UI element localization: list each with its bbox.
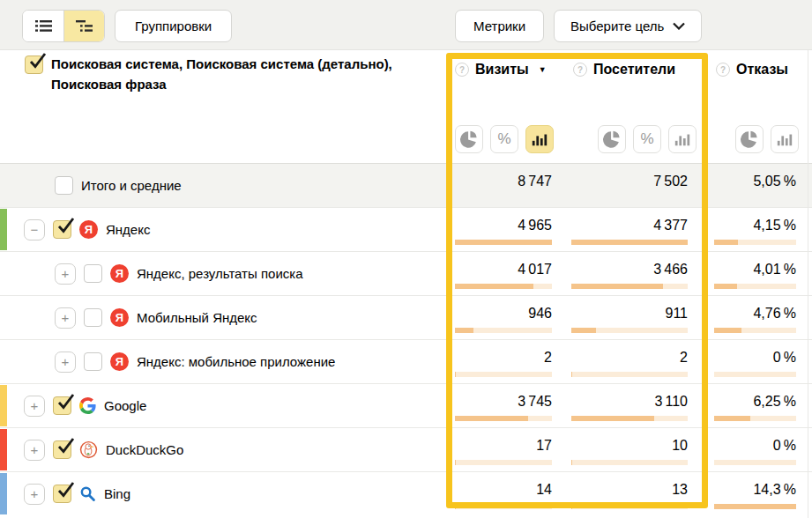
tree-view-button[interactable] (63, 11, 104, 41)
view-toggle (22, 10, 105, 42)
visits-percent-button[interactable]: % (490, 125, 518, 153)
bounce-share-bar (714, 504, 796, 509)
row-label[interactable]: Яндекс (106, 222, 150, 237)
expand-button[interactable]: + (24, 484, 45, 505)
cell-visits: 946 (455, 296, 552, 339)
cell-visits: 8 747 (455, 164, 552, 207)
row-label[interactable]: Яндекс, результаты поиска (137, 266, 303, 281)
bounce-pie-button[interactable] (735, 125, 764, 153)
visitors-share-bar (571, 460, 688, 465)
column-header-bounce: ? Отказы (716, 62, 788, 78)
bounce-value: 0 % (773, 350, 796, 366)
bounce-bars-button[interactable] (771, 125, 799, 153)
row-label[interactable]: Итого и средние (81, 178, 182, 193)
row-label[interactable]: Яндекс: мобильное приложение (137, 354, 335, 369)
row-checkbox[interactable] (84, 264, 102, 283)
cell-bounce: 4,15 % (714, 208, 796, 251)
visitors-value: 10 (672, 438, 688, 454)
chevron-down-icon (673, 22, 685, 30)
cell-visitors: 3 110 (571, 384, 688, 427)
bounce-share-bar (714, 416, 796, 421)
bounce-value: 6,25 % (753, 394, 796, 410)
yandex-icon: Я (110, 352, 129, 371)
row-label[interactable]: Мобильный Яндекс (137, 310, 257, 325)
expand-button[interactable]: + (55, 263, 76, 285)
cell-visits: 4 965 (455, 208, 552, 251)
visitors-bars-button[interactable] (668, 125, 697, 153)
row-label[interactable]: Google (104, 398, 146, 413)
table-body: Итого и средние8 7477 5025,05 %−ЯЯндекс4… (0, 163, 812, 518)
column-header-bounce-label[interactable]: Отказы (736, 62, 788, 78)
visits-bars-button[interactable] (525, 125, 554, 153)
row-label[interactable]: Bing (104, 486, 130, 501)
visits-pie-button[interactable] (455, 125, 483, 153)
visits-value: 17 (536, 438, 552, 454)
visits-value: 3 745 (518, 394, 552, 410)
metrica-report: Группировки Метрики Выберите цель Поиско… (0, 0, 812, 518)
row-checkbox[interactable] (55, 176, 73, 195)
cell-bounce: 0 % (714, 428, 796, 471)
groupings-button[interactable]: Группировки (115, 10, 232, 42)
visits-value: 14 (536, 482, 552, 498)
cell-visitors: 10 (571, 428, 688, 471)
expand-button[interactable]: + (55, 352, 76, 373)
visitors-pie-button[interactable] (598, 125, 626, 153)
column-header-visitors-label[interactable]: Посетители (593, 62, 675, 78)
percent-icon: % (640, 130, 653, 148)
cell-visits: 2 (455, 340, 552, 383)
table-row: −ЯЯндекс4 9654 3774,15 % (0, 207, 812, 251)
visitors-share-bar (571, 416, 688, 421)
visitors-share-bar (571, 372, 688, 377)
row-checkbox[interactable] (53, 396, 71, 415)
row-checkbox[interactable] (53, 440, 71, 459)
expand-button[interactable]: + (55, 307, 76, 329)
visitors-view-buttons: % (598, 125, 697, 153)
google-icon (79, 397, 96, 414)
visitors-percent-button[interactable]: % (633, 125, 661, 153)
duckduckgo-icon (79, 440, 98, 459)
row-checkbox[interactable] (53, 220, 71, 239)
visits-value: 8 747 (518, 174, 552, 189)
visitors-value: 4 377 (653, 218, 688, 233)
visits-share-bar (455, 416, 552, 421)
cell-visits: 17 (455, 428, 552, 471)
metrics-button[interactable]: Метрики (455, 10, 544, 42)
help-icon[interactable]: ? (716, 63, 730, 77)
cell-visitors: 911 (571, 296, 688, 339)
goal-select-button[interactable]: Выберите цель (554, 10, 702, 42)
table-row: Итого и средние8 7477 5025,05 % (0, 163, 812, 207)
bar-chart-icon (674, 130, 691, 148)
column-header-visits-label[interactable]: Визиты (475, 62, 529, 78)
help-icon[interactable]: ? (573, 63, 587, 77)
bounce-value: 4,01 % (753, 262, 796, 278)
cell-bounce: 14,3 % (714, 472, 796, 515)
table-row: +Google3 7453 1106,25 % (0, 383, 812, 427)
visits-share-bar (455, 284, 552, 289)
grouping-checkbox[interactable] (25, 56, 43, 74)
visitors-value: 13 (672, 482, 688, 498)
bounce-value: 14,3 % (753, 482, 796, 498)
row-checkbox[interactable] (84, 352, 102, 371)
cell-visitors: 2 (571, 340, 688, 383)
row-label[interactable]: DuckDuckGo (106, 442, 183, 457)
sort-desc-icon: ▼ (539, 65, 547, 74)
bounce-value: 4,15 % (753, 218, 796, 233)
bounce-value: 4,76 % (753, 306, 796, 322)
table-header: Поисковая система, Поисковая система (де… (0, 50, 812, 163)
column-header-visitors: ? Посетители (573, 62, 675, 78)
pie-chart-icon (602, 130, 622, 149)
yandex-icon: Я (110, 264, 129, 283)
visitors-share-bar (571, 284, 688, 289)
help-icon[interactable]: ? (455, 63, 469, 77)
bounce-share-bar (714, 284, 796, 289)
row-checkbox[interactable] (84, 308, 102, 327)
row-checkbox[interactable] (53, 485, 71, 503)
expand-button[interactable]: + (24, 396, 45, 417)
collapse-button[interactable]: − (24, 219, 45, 240)
pie-chart-icon (459, 130, 479, 149)
visits-share-bar (455, 460, 552, 465)
visitors-value: 3 466 (653, 262, 688, 278)
cell-visitors: 4 377 (571, 208, 688, 251)
list-view-button[interactable] (23, 11, 63, 41)
expand-button[interactable]: + (24, 440, 45, 461)
